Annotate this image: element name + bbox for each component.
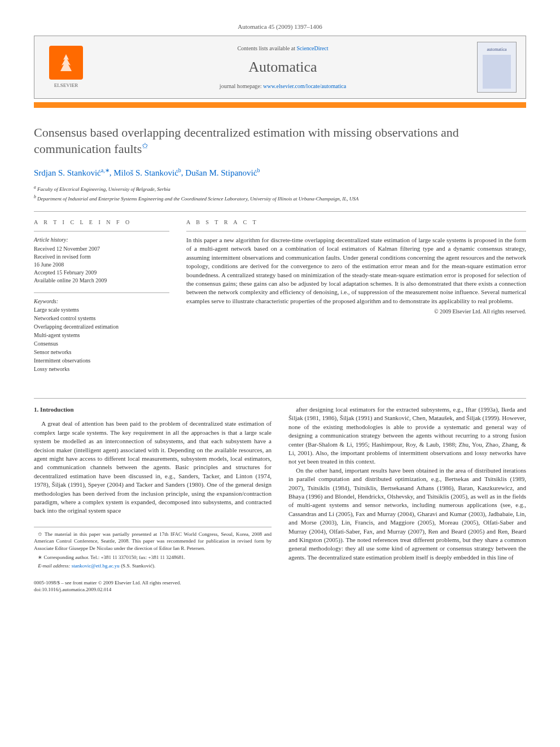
- keyword: Networked control systems: [34, 314, 169, 322]
- history-line: 16 June 2008: [34, 261, 169, 269]
- keyword: Sensor networks: [34, 348, 169, 356]
- history-line: Accepted 15 February 2009: [34, 269, 169, 277]
- divider: [34, 211, 526, 212]
- sciencedirect-link[interactable]: ScienceDirect: [296, 45, 328, 51]
- footnote-label: E-mail address:: [38, 563, 70, 569]
- footnote: E-mail address: stankovic@etf.bg.ac.yu (…: [34, 562, 272, 570]
- footer-line: 0005-1098/$ – see front matter © 2009 El…: [34, 579, 526, 587]
- keywords-heading: Keywords:: [34, 298, 169, 305]
- affiliation: b Department of Industrial and Enterpris…: [34, 194, 526, 203]
- info-heading: A R T I C L E I N F O: [34, 219, 169, 226]
- abstract-text: In this paper a new algorithm for discre…: [186, 231, 526, 305]
- journal-banner: ELSEVIER Contents lists available at Sci…: [34, 36, 526, 99]
- keyword: Consensus: [34, 340, 169, 348]
- keyword: Intermittent observations: [34, 357, 169, 365]
- history-line: Available online 20 March 2009: [34, 277, 169, 285]
- paragraph: after designing local estimators for the…: [288, 405, 526, 466]
- author-list: Srdjan S. Stankovića,∗, Miloš S. Stankov…: [34, 167, 526, 179]
- abstract-copyright: © 2009 Elsevier Ltd. All rights reserved…: [186, 308, 526, 316]
- paragraph: A great deal of attention has been paid …: [34, 420, 272, 515]
- elsevier-tree-icon: [49, 46, 83, 80]
- abstract-column: A B S T R A C T In this paper a new algo…: [186, 219, 526, 381]
- affiliation: a Faculty of Electrical Engineering, Uni…: [34, 185, 526, 193]
- footnote: ✩ The material in this paper was partial…: [34, 531, 272, 552]
- history-line: Received in revised form: [34, 253, 169, 261]
- keyword: Multi-agent systems: [34, 331, 169, 339]
- cover-label: automatica: [487, 46, 506, 53]
- body-text: 1. Introduction A great deal of attentio…: [34, 405, 526, 571]
- paragraph: On the other hand, important results hav…: [288, 466, 526, 562]
- title-text: Consensus based overlapping decentralize…: [34, 125, 459, 156]
- journal-name: Automatica: [89, 57, 477, 77]
- footnote-tail: (S.S. Stanković).: [120, 563, 155, 569]
- email-link[interactable]: stankovic@etf.bg.ac.yu: [72, 563, 120, 569]
- keyword: Overlapping decentralized estimation: [34, 323, 169, 331]
- author-link[interactable]: Miloš S. Stankovićb: [113, 168, 181, 177]
- homepage-link[interactable]: www.elsevier.com/locate/automatica: [263, 83, 346, 89]
- title-footnote-mark[interactable]: ✩: [142, 142, 148, 150]
- cover-image-icon: [483, 55, 511, 89]
- contents-prefix: Contents lists available at: [237, 45, 296, 51]
- author-name: Dušan M. Stipanović: [185, 168, 257, 177]
- orange-divider-bar: [34, 102, 526, 108]
- article-info-column: A R T I C L E I N F O Article history: R…: [34, 219, 169, 381]
- abstract-heading: A B S T R A C T: [186, 219, 526, 226]
- homepage-prefix: journal homepage:: [220, 83, 263, 89]
- author-link[interactable]: Srdjan S. Stankovića,∗: [34, 168, 110, 177]
- running-head: Automatica 45 (2009) 1397–1406: [34, 23, 526, 31]
- divider: [34, 398, 526, 399]
- keyword: Large scale systems: [34, 306, 169, 314]
- author-sup: b: [178, 167, 181, 173]
- footnote: ∗ Corresponding author. Tel.: +381 11 33…: [34, 554, 272, 561]
- publisher-logo-block: ELSEVIER: [43, 46, 89, 89]
- journal-cover-thumb: automatica: [477, 42, 517, 93]
- article-title: Consensus based overlapping decentralize…: [34, 125, 526, 158]
- contents-line: Contents lists available at ScienceDirec…: [89, 45, 477, 53]
- homepage-line: journal homepage: www.elsevier.com/locat…: [89, 82, 477, 90]
- publisher-label: ELSEVIER: [54, 82, 78, 89]
- affiliations: a Faculty of Electrical Engineering, Uni…: [34, 185, 526, 202]
- doi-link[interactable]: doi:10.1016/j.automatica.2009.02.014: [34, 586, 526, 593]
- right-column: after designing local estimators for the…: [288, 405, 526, 571]
- history-line: Received 12 November 2007: [34, 245, 169, 253]
- keyword: Lossy networks: [34, 365, 169, 373]
- author-link[interactable]: Dušan M. Stipanovićb: [185, 168, 260, 177]
- author-name: Miloš S. Stanković: [113, 168, 178, 177]
- footnotes: ✩ The material in this paper was partial…: [34, 527, 272, 570]
- history-heading: Article history:: [34, 236, 169, 244]
- left-column: 1. Introduction A great deal of attentio…: [34, 405, 272, 571]
- author-sup: b: [257, 167, 260, 173]
- section-heading: 1. Introduction: [34, 405, 272, 414]
- author-name: Srdjan S. Stanković: [34, 168, 101, 177]
- page-footer: 0005-1098/$ – see front matter © 2009 El…: [34, 579, 526, 593]
- author-sup: a,∗: [101, 167, 110, 173]
